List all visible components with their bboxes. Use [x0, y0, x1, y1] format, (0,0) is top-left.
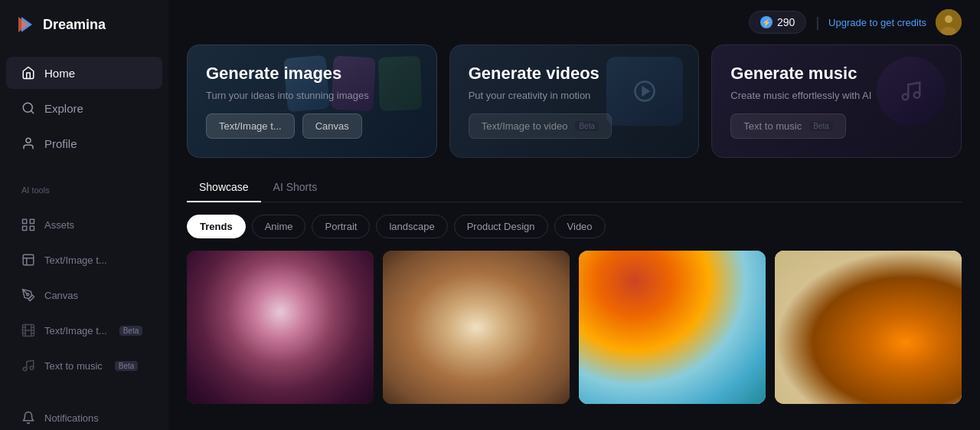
profile-icon: [21, 136, 35, 150]
feature-cards: Generate images Turn your ideas into stu…: [168, 44, 980, 173]
generate-music-subtitle: Create music effortlessly with AI: [730, 90, 942, 101]
svg-line-3: [31, 110, 33, 113]
home-icon: [21, 66, 35, 80]
svg-rect-9: [23, 254, 34, 265]
svg-rect-43: [638, 373, 707, 396]
text-image-icon: [21, 253, 35, 267]
generate-videos-subtitle: Put your creativity in motion: [469, 90, 681, 101]
music-btn-beta-badge: Beta: [809, 121, 833, 131]
showcase-image-grid: [187, 251, 962, 404]
text-image-video-icon: [21, 323, 35, 337]
sidebar-item-notifications[interactable]: Notifications: [6, 402, 162, 430]
robot-face-svg: [187, 251, 374, 404]
autumn-leaves-svg: [579, 251, 766, 404]
text-music-beta-badge: Beta: [115, 361, 139, 371]
cats-wedding-svg: [383, 251, 570, 404]
sidebar-item-text-image-video[interactable]: Text/Image t... Beta: [6, 314, 162, 346]
generate-music-title: Generate music: [730, 64, 942, 84]
svg-point-29: [238, 270, 322, 369]
sidebar-item-text-music-label: Text to music: [44, 360, 103, 372]
svg-point-30: [256, 306, 274, 318]
filter-product-design[interactable]: Product Design: [454, 215, 548, 238]
video-btn-beta-badge: Beta: [575, 121, 599, 131]
generate-videos-buttons: Text/Image to video Beta: [469, 113, 681, 139]
header: ⚡ 290 | Upgrade to get credits: [168, 0, 980, 44]
svg-rect-44: [775, 251, 962, 404]
svg-rect-38: [488, 335, 511, 389]
filter-video[interactable]: Video: [554, 215, 606, 238]
generate-images-card[interactable]: Generate images Turn your ideas into stu…: [187, 44, 437, 158]
svg-point-41: [638, 337, 684, 371]
sidebar-item-assets[interactable]: Assets: [6, 208, 162, 241]
main-nav: Home Explore Profile: [0, 49, 168, 167]
ai-tools-label: AI tools: [0, 179, 168, 201]
svg-point-10: [27, 294, 29, 296]
generate-videos-title: Generate videos: [469, 64, 681, 84]
sidebar: Dreamina Home Explore Profile AI tools: [0, 0, 168, 430]
svg-rect-39: [579, 251, 766, 404]
tab-showcase[interactable]: Showcase: [187, 173, 261, 202]
filter-row: Trends Anime Portrait landscape Product …: [187, 215, 962, 238]
sidebar-item-canvas[interactable]: Canvas: [6, 279, 162, 311]
svg-point-40: [611, 343, 665, 373]
generate-videos-card[interactable]: Generate videos Put your creativity in m…: [449, 44, 700, 158]
svg-point-4: [26, 138, 31, 143]
showcase-tabs: Showcase AI Shorts: [187, 173, 962, 202]
sidebar-item-home-label: Home: [44, 67, 75, 80]
svg-point-36: [482, 277, 516, 308]
generate-images-subtitle: Turn your ideas into stunning images: [206, 90, 418, 101]
showcase-image-2[interactable]: [383, 251, 570, 404]
explore-icon: [21, 101, 35, 115]
logo[interactable]: Dreamina: [0, 0, 168, 49]
credits-count: 290: [777, 16, 795, 28]
svg-point-51: [893, 376, 927, 394]
sidebar-item-canvas-label: Canvas: [44, 290, 78, 301]
tiger-svg: [775, 251, 962, 404]
sidebar-item-explore-label: Explore: [44, 102, 83, 115]
filter-portrait[interactable]: Portrait: [312, 215, 370, 238]
sidebar-item-profile[interactable]: Profile: [6, 127, 162, 159]
showcase-image-1[interactable]: [187, 251, 374, 404]
showcase-image-3[interactable]: [579, 251, 766, 404]
text-image-button[interactable]: Text/Image t...: [206, 113, 295, 139]
svg-point-20: [30, 366, 34, 370]
sidebar-item-text-image-label: Text/Image t...: [44, 254, 107, 266]
main-content: ⚡ 290 | Upgrade to get credits Generate …: [168, 0, 980, 430]
svg-rect-7: [30, 226, 34, 230]
filter-trends[interactable]: Trends: [187, 215, 246, 238]
svg-point-46: [849, 281, 918, 343]
upgrade-link[interactable]: Upgrade to get credits: [828, 17, 926, 28]
canvas-button[interactable]: Canvas: [302, 113, 362, 139]
tab-ai-shorts[interactable]: AI Shorts: [261, 173, 330, 202]
svg-point-48: [887, 299, 900, 313]
generate-images-buttons: Text/Image t... Canvas: [206, 113, 418, 139]
credits-pill[interactable]: ⚡ 290: [749, 11, 806, 34]
assets-icon: [21, 218, 35, 231]
canvas-icon: [21, 288, 35, 302]
svg-point-33: [423, 285, 484, 369]
user-avatar[interactable]: [936, 9, 962, 35]
bell-icon: [21, 411, 35, 425]
sidebar-item-text-image-video-label: Text/Image t...: [44, 325, 107, 336]
text-music-button-label: Text to music: [743, 120, 802, 132]
svg-point-22: [945, 15, 952, 23]
filter-anime[interactable]: Anime: [252, 215, 306, 238]
svg-point-31: [286, 306, 305, 318]
sidebar-item-home[interactable]: Home: [6, 57, 162, 89]
header-divider: |: [815, 15, 819, 31]
sidebar-item-profile-label: Profile: [44, 137, 77, 150]
showcase-image-4[interactable]: [775, 251, 962, 404]
generate-music-card[interactable]: Generate music Create music effortlessly…: [711, 44, 962, 158]
sidebar-item-explore[interactable]: Explore: [6, 92, 162, 124]
filter-landscape[interactable]: landscape: [376, 215, 447, 238]
text-music-button[interactable]: Text to music Beta: [730, 113, 845, 139]
dreamina-logo-icon: [15, 14, 37, 35]
svg-point-49: [868, 312, 899, 335]
sidebar-item-text-image[interactable]: Text/Image t...: [6, 244, 162, 276]
tools-nav: Assets Text/Image t... Canvas Text/Image…: [0, 201, 168, 389]
svg-point-45: [841, 312, 949, 389]
sidebar-item-text-music[interactable]: Text to music Beta: [6, 350, 162, 382]
text-image-video-beta-badge: Beta: [119, 326, 143, 336]
svg-point-42: [599, 350, 638, 373]
text-image-video-button[interactable]: Text/Image to video Beta: [469, 113, 612, 139]
